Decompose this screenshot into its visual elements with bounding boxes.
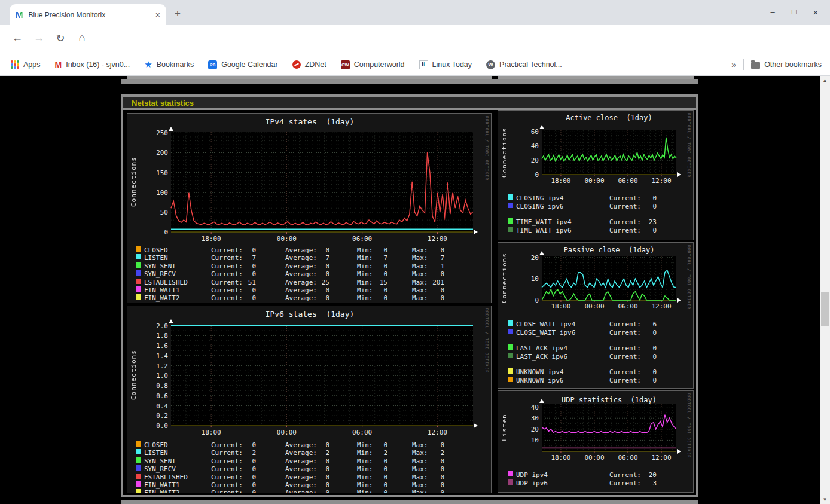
legend-current-value: 0 bbox=[232, 441, 256, 449]
next-section-frame-top bbox=[121, 500, 698, 504]
y-axis-label: Connections bbox=[501, 130, 508, 175]
legend-average-value: 0 bbox=[307, 465, 329, 473]
legend-swatch bbox=[508, 479, 513, 485]
legend-max-value: 2 bbox=[422, 449, 444, 457]
legend-current-label: Current: bbox=[609, 227, 641, 234]
legend-current-value: 0 bbox=[232, 465, 256, 473]
legend-max-value: 0 bbox=[422, 489, 444, 493]
chart-title: Passive close (1day) bbox=[542, 246, 676, 254]
bookmarks-divider bbox=[743, 59, 744, 70]
bookmark-item[interactable]: ltLinux Today bbox=[419, 60, 472, 69]
x-tick-label: 06:00 bbox=[350, 235, 374, 243]
bookmark-item[interactable]: 28Google Calendar bbox=[208, 60, 278, 69]
y-tick-label: 0 bbox=[511, 171, 539, 179]
axis-right-arrow-icon bbox=[677, 298, 681, 303]
scrollbar-up-icon[interactable]: ▲ bbox=[820, 76, 830, 85]
legend-label: LISTEN bbox=[144, 449, 168, 457]
bookmark-item[interactable]: MInbox (16) - sjvn0... bbox=[55, 60, 130, 69]
section-title: Netstat statistics bbox=[123, 97, 696, 109]
legend-label: CLOSED bbox=[144, 246, 168, 254]
legend-current-value: 6 bbox=[639, 320, 657, 328]
page-scrollbar[interactable]: ▲ ▼ bbox=[820, 76, 830, 504]
x-tick-label: 18:00 bbox=[549, 177, 573, 185]
browser-toolbar: ← → ↻ ⌂ ⓘ localhost:8080/monitorix-cgi/m… bbox=[0, 25, 830, 54]
bookmark-item[interactable]: ZDNet bbox=[292, 60, 326, 69]
legend-average-value: 0 bbox=[307, 457, 329, 465]
legend-label: TIME_WAIT ipv4 bbox=[516, 218, 572, 226]
legend-label: SYN_SENT bbox=[144, 457, 176, 465]
y-tick-label: 40 bbox=[511, 404, 539, 411]
scrollbar-down-icon[interactable]: ▼ bbox=[820, 495, 830, 504]
axis-right-arrow-icon bbox=[474, 230, 478, 234]
legend-min-value: 0 bbox=[365, 489, 387, 493]
legend-average-value: 0 bbox=[307, 262, 329, 270]
bookmark-item[interactable]: WPractical Technol... bbox=[486, 60, 562, 69]
legend-min-value: 0 bbox=[365, 465, 387, 473]
y-tick-label: 0.0 bbox=[141, 422, 168, 430]
rrdtool-watermark: RRDTOOL / TOBI OETIKER bbox=[686, 393, 691, 458]
y-tick-label: 60 bbox=[511, 128, 539, 136]
legend-swatch bbox=[508, 471, 513, 476]
legend-label: UNKNOWN ipv6 bbox=[516, 377, 563, 384]
legend-min-value: 0 bbox=[365, 270, 387, 278]
legend-label: FIN_WAIT2 bbox=[144, 489, 180, 493]
legend-row: UDP ipv4Current:20 bbox=[498, 471, 693, 479]
x-tick-label: 06:00 bbox=[616, 454, 640, 462]
active-close-graph-box: Active close (1day)ConnectionsRRDTOOL / … bbox=[498, 110, 694, 240]
legend-max-value: 0 bbox=[422, 246, 444, 254]
legend-current-label: Current: bbox=[609, 320, 641, 328]
linux-today-icon: lt bbox=[419, 60, 428, 69]
y-tick-label: 250 bbox=[141, 129, 168, 137]
legend-average-value: 7 bbox=[307, 254, 329, 262]
chart-plot-area bbox=[171, 325, 473, 428]
legend-label: UDP ipv6 bbox=[516, 479, 548, 487]
bookmark-item[interactable]: CWComputerworld bbox=[341, 60, 405, 69]
legend-row: CLOSE_WAIT ipv4Current:6 bbox=[498, 320, 693, 328]
back-icon[interactable]: ← bbox=[10, 32, 25, 44]
section-body: IPv4 states (1day)ConnectionsRRDTOOL / T… bbox=[123, 110, 696, 493]
bookmark-item[interactable]: ★Bookmarks bbox=[144, 59, 194, 70]
window-minimize-button[interactable]: – bbox=[767, 7, 779, 16]
y-tick-label: 0 bbox=[141, 228, 168, 236]
legend-current-label: Current: bbox=[609, 203, 641, 210]
reload-icon[interactable]: ↻ bbox=[53, 32, 68, 45]
legend-current-value: 0 bbox=[232, 262, 256, 270]
legend-label: SYN_SENT bbox=[144, 262, 176, 270]
home-icon[interactable]: ⌂ bbox=[74, 32, 90, 44]
x-tick-label: 18:00 bbox=[199, 429, 223, 436]
legend-row: SYN_RECVCurrent:0Average:0Min:0Max:0 bbox=[127, 270, 491, 278]
axis-up-arrow-icon bbox=[169, 319, 173, 323]
scrollbar-thumb[interactable] bbox=[821, 292, 829, 326]
other-bookmarks-button[interactable]: Other bookmarks bbox=[751, 60, 822, 69]
bookmark-item[interactable]: Apps bbox=[11, 60, 41, 69]
legend-swatch bbox=[508, 368, 513, 374]
other-bookmarks-label: Other bookmarks bbox=[764, 60, 822, 69]
y-tick-label: 2.0 bbox=[141, 322, 168, 330]
legend-current-label: Current: bbox=[609, 377, 641, 384]
bookmarks-overflow-icon[interactable]: » bbox=[731, 60, 736, 69]
x-tick-label: 06:00 bbox=[350, 429, 374, 436]
legend-swatch bbox=[508, 227, 513, 232]
legend-max-value: 0 bbox=[422, 474, 444, 481]
browser-tab[interactable]: M Blue Precision Monitorix × bbox=[10, 4, 166, 25]
bookmark-label: Apps bbox=[23, 60, 41, 69]
legend-current-value: 0 bbox=[639, 329, 657, 337]
tab-close-icon[interactable]: × bbox=[155, 10, 160, 20]
legend-row: CLOSING ipv4Current:0 bbox=[498, 194, 693, 202]
legend-row: LAST_ACK ipv4Current:0 bbox=[498, 344, 693, 352]
bookmark-label: Bookmarks bbox=[157, 60, 194, 69]
legend-swatch bbox=[508, 329, 513, 334]
legend-current-value: 0 bbox=[232, 481, 256, 489]
bookmark-label: Computerworld bbox=[354, 60, 405, 69]
window-maximize-button[interactable]: □ bbox=[788, 7, 800, 16]
legend-swatch bbox=[508, 203, 513, 208]
window-close-button[interactable]: × bbox=[810, 7, 822, 17]
legend-max-value: 0 bbox=[422, 457, 444, 465]
bookmark-label: ZDNet bbox=[305, 60, 326, 69]
legend-max-value: 0 bbox=[422, 286, 444, 294]
legend-current-value: 0 bbox=[639, 344, 657, 352]
legend-average-value: 0 bbox=[307, 270, 329, 278]
new-tab-button[interactable]: + bbox=[175, 8, 181, 20]
folder-icon bbox=[751, 62, 760, 69]
legend-average-value: 25 bbox=[307, 279, 329, 286]
